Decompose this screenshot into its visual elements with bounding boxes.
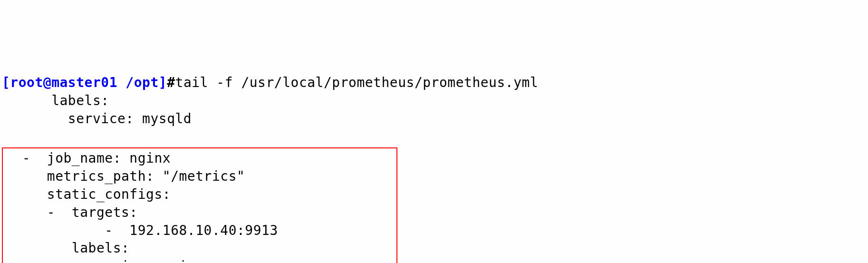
output-labels-nginx: labels: bbox=[6, 240, 129, 256]
output-labels: labels: bbox=[2, 93, 109, 108]
terminal-prompt: [root@master01 /opt]# bbox=[2, 75, 175, 90]
output-job-name: - job_name: nginx bbox=[6, 150, 171, 166]
command-text: tail -f /usr/local/prometheus/prometheus… bbox=[175, 75, 539, 90]
prompt-open-bracket: [ bbox=[2, 75, 10, 90]
output-service-nginx: service: nginx bbox=[6, 258, 204, 263]
prompt-user-host: root@master01 bbox=[10, 75, 117, 90]
highlight-box: - job_name: nginx metrics_path: "/metric… bbox=[2, 147, 397, 263]
output-metrics-path: metrics_path: "/metrics" bbox=[6, 168, 245, 184]
prompt-close-bracket: ] bbox=[159, 75, 167, 90]
prompt-symbol: # bbox=[167, 75, 175, 90]
output-target-ip: - 192.168.10.40:9913 bbox=[6, 223, 278, 238]
output-static-configs: static_configs: bbox=[6, 186, 171, 202]
output-service-mysqld: service: mysqld bbox=[2, 111, 192, 127]
prompt-path: /opt bbox=[117, 75, 159, 90]
output-targets: - targets: bbox=[6, 205, 138, 220]
